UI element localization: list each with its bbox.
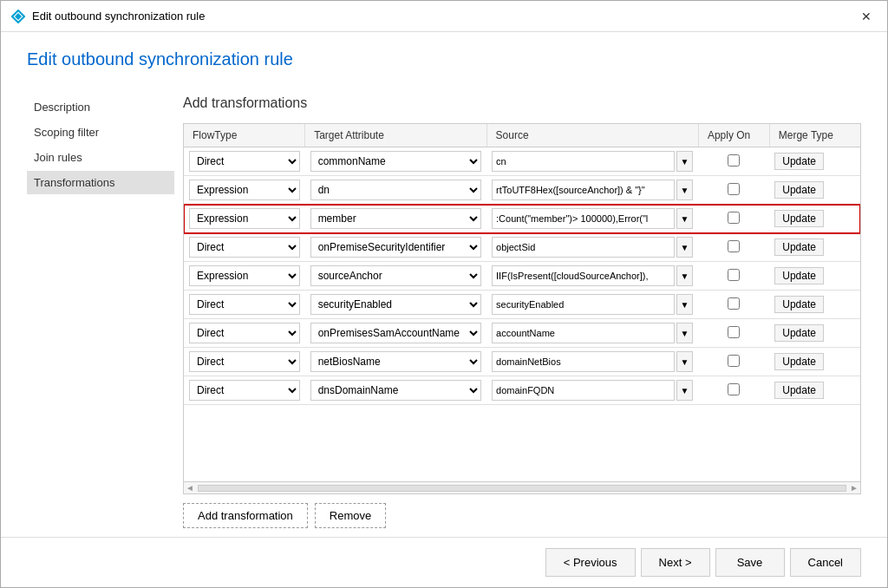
table-row: DirectExpressionConstantsourceAnchor▼Upd… (184, 262, 860, 291)
merge-type-button[interactable]: Update (774, 382, 824, 399)
merge-type-button[interactable]: Update (774, 210, 824, 227)
merge-type-button[interactable]: Update (774, 353, 824, 370)
col-merge-type: Merge Type (769, 124, 860, 147)
target-attr-select[interactable]: dnsDomainName (310, 380, 481, 401)
sidebar-item-scoping-filter[interactable]: Scoping filter (27, 121, 174, 144)
merge-type-button[interactable]: Update (774, 296, 824, 313)
col-target-attr: Target Attribute (305, 124, 486, 147)
title-bar-text: Edit outbound synchronization rule (32, 10, 205, 23)
table-row: DirectExpressionConstantdn▼Update (184, 176, 860, 205)
apply-on-checkbox[interactable] (728, 240, 740, 252)
flowtype-select[interactable]: DirectExpressionConstant (189, 294, 300, 315)
flowtype-select[interactable]: DirectExpressionConstant (189, 380, 300, 401)
flowtype-select[interactable]: DirectExpressionConstant (189, 265, 300, 286)
merge-type-button[interactable]: Update (774, 181, 824, 199)
source-input[interactable] (492, 265, 674, 286)
target-attr-select[interactable]: dn (310, 180, 481, 200)
title-bar-left: Edit outbound synchronization rule (11, 10, 205, 23)
page-title: Edit outbound synchronization rule (27, 49, 861, 69)
merge-type-button[interactable]: Update (774, 238, 824, 256)
sidebar-item-description[interactable]: Description (27, 95, 174, 119)
target-attr-select[interactable]: sourceAnchor (310, 265, 481, 286)
sidebar: Description Scoping filter Join rules Tr… (1, 78, 174, 537)
main-content: Add transformations FlowType Target Attr… (174, 78, 887, 537)
source-dropdown-button[interactable]: ▼ (676, 294, 694, 315)
remove-button[interactable]: Remove (315, 503, 386, 528)
table-row: DirectExpressionConstantonPremisesSamAcc… (184, 319, 860, 348)
flowtype-select[interactable]: DirectExpressionConstant (189, 323, 300, 343)
title-bar: Edit outbound synchronization rule ✕ (1, 1, 887, 32)
sidebar-item-transformations[interactable]: Transformations (27, 171, 174, 194)
save-button[interactable]: Save (715, 548, 785, 577)
col-source: Source (486, 124, 698, 147)
merge-type-button[interactable]: Update (774, 267, 824, 284)
source-input[interactable] (492, 380, 674, 401)
apply-on-checkbox[interactable] (728, 297, 740, 310)
source-input[interactable] (492, 351, 674, 372)
section-title: Add transformations (183, 95, 861, 111)
transformations-table: FlowType Target Attribute Source Apply O… (184, 124, 860, 405)
add-transformation-button[interactable]: Add transformation (183, 503, 308, 528)
target-attr-select[interactable]: netBiosName (310, 351, 481, 372)
next-button[interactable]: Next > (641, 548, 710, 577)
apply-on-checkbox[interactable] (728, 212, 740, 224)
transformations-table-container: FlowType Target Attribute Source Apply O… (183, 123, 861, 482)
full-layout: Edit outbound synchronization rule Descr… (1, 32, 887, 587)
bottom-bar: < Previous Next > Save Cancel (1, 537, 887, 587)
apply-on-checkbox[interactable] (728, 183, 740, 195)
table-header-row: FlowType Target Attribute Source Apply O… (184, 124, 860, 147)
col-apply-on: Apply On (698, 124, 769, 147)
target-attr-select[interactable]: securityEnabled (310, 294, 481, 315)
col-flowtype: FlowType (184, 124, 305, 147)
source-input[interactable] (492, 180, 674, 200)
source-dropdown-button[interactable]: ▼ (676, 208, 694, 229)
source-dropdown-button[interactable]: ▼ (676, 323, 694, 343)
apply-on-checkbox[interactable] (728, 269, 740, 281)
table-row: DirectExpressionConstantnetBiosName▼Upda… (184, 348, 860, 376)
main-layout: Description Scoping filter Join rules Tr… (1, 78, 887, 537)
source-dropdown-button[interactable]: ▼ (676, 265, 694, 286)
source-input[interactable] (492, 323, 674, 343)
target-attr-select[interactable]: member (310, 208, 481, 229)
table-row: DirectExpressionConstantmember▼Update (184, 205, 860, 233)
sidebar-item-join-rules[interactable]: Join rules (27, 146, 174, 169)
source-dropdown-button[interactable]: ▼ (676, 180, 694, 200)
source-dropdown-button[interactable]: ▼ (676, 151, 694, 172)
cancel-button[interactable]: Cancel (790, 548, 861, 577)
table-row: DirectExpressionConstantcommonName▼Updat… (184, 147, 860, 176)
apply-on-checkbox[interactable] (728, 154, 740, 167)
source-input[interactable] (492, 208, 674, 229)
source-dropdown-button[interactable]: ▼ (676, 380, 694, 401)
page-header: Edit outbound synchronization rule (1, 32, 887, 78)
flowtype-select[interactable]: DirectExpressionConstant (189, 208, 300, 229)
target-attr-select[interactable]: commonName (310, 151, 481, 172)
horizontal-scrollbar[interactable]: ◄ ► (183, 482, 861, 494)
source-dropdown-button[interactable]: ▼ (676, 237, 694, 258)
flowtype-select[interactable]: DirectExpressionConstant (189, 180, 300, 200)
target-attr-select[interactable]: onPremiseSecurityIdentifier (310, 237, 481, 258)
apply-on-checkbox[interactable] (728, 326, 740, 338)
close-button[interactable]: ✕ (856, 8, 877, 25)
flowtype-select[interactable]: DirectExpressionConstant (189, 237, 300, 258)
source-input[interactable] (492, 294, 674, 315)
actions-row: Add transformation Remove (183, 503, 861, 528)
source-dropdown-button[interactable]: ▼ (676, 351, 694, 372)
apply-on-checkbox[interactable] (728, 383, 740, 395)
main-window: Edit outbound synchronization rule ✕ Edi… (0, 0, 888, 588)
previous-button[interactable]: < Previous (545, 548, 636, 577)
table-row: DirectExpressionConstantdnsDomainName▼Up… (184, 376, 860, 405)
target-attr-select[interactable]: onPremisesSamAccountName (310, 323, 481, 343)
source-input[interactable] (492, 237, 674, 258)
flowtype-select[interactable]: DirectExpressionConstant (189, 351, 300, 372)
app-icon (11, 10, 25, 23)
table-row: DirectExpressionConstantonPremiseSecurit… (184, 233, 860, 262)
merge-type-button[interactable]: Update (774, 324, 824, 342)
merge-type-button[interactable]: Update (774, 153, 824, 170)
apply-on-checkbox[interactable] (728, 355, 740, 367)
source-input[interactable] (492, 151, 674, 172)
table-row: DirectExpressionConstantsecurityEnabled▼… (184, 291, 860, 319)
flowtype-select[interactable]: DirectExpressionConstant (189, 151, 300, 172)
